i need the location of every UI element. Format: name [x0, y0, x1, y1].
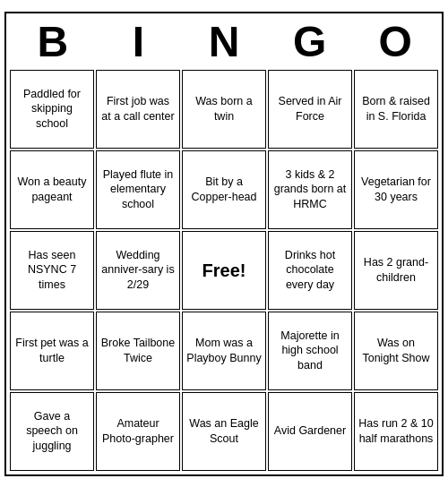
bingo-cell-23[interactable]: Avid Gardener [268, 392, 352, 471]
bingo-cell-13[interactable]: Drinks hot chocolate every day [268, 231, 352, 310]
bingo-cell-15[interactable]: First pet was a turtle [10, 312, 94, 390]
bingo-cell-18[interactable]: Majorette in high school band [268, 312, 352, 390]
bingo-card: BINGO Paddled for skipping schoolFirst j… [4, 12, 444, 476]
bingo-cell-5[interactable]: Won a beauty pageant [10, 150, 94, 229]
bingo-cell-8[interactable]: 3 kids & 2 grands born at HRMC [268, 150, 352, 229]
bingo-cell-12[interactable]: Free! [182, 231, 266, 310]
bingo-cell-14[interactable]: Has 2 grand-children [354, 231, 438, 310]
bingo-cell-0[interactable]: Paddled for skipping school [10, 70, 94, 149]
bingo-letter-i: I [98, 17, 178, 66]
bingo-letter-n: N [184, 17, 264, 66]
bingo-cell-17[interactable]: Mom was a Playboy Bunny [182, 312, 266, 390]
bingo-cell-7[interactable]: Bit by a Copper-head [182, 150, 266, 229]
bingo-letter-g: G [270, 17, 350, 66]
bingo-cell-19[interactable]: Was on Tonight Show [354, 312, 438, 390]
bingo-cell-22[interactable]: Was an Eagle Scout [182, 392, 266, 471]
bingo-cell-6[interactable]: Played flute in elementary school [96, 150, 180, 229]
bingo-cell-9[interactable]: Vegetarian for 30 years [354, 150, 438, 229]
bingo-cell-24[interactable]: Has run 2 & 10 half marathons [354, 392, 438, 471]
bingo-cell-21[interactable]: Amateur Photo-grapher [96, 392, 180, 471]
bingo-grid: Paddled for skipping schoolFirst job was… [10, 70, 438, 471]
bingo-cell-16[interactable]: Broke Tailbone Twice [96, 312, 180, 390]
bingo-cell-2[interactable]: Was born a twin [182, 70, 266, 149]
bingo-cell-20[interactable]: Gave a speech on juggling [10, 392, 94, 471]
bingo-cell-11[interactable]: Wedding anniver-sary is 2/29 [96, 231, 180, 310]
bingo-letter-o: O [355, 17, 435, 66]
bingo-cell-1[interactable]: First job was at a call center [96, 70, 180, 149]
bingo-header: BINGO [10, 17, 438, 66]
bingo-cell-3[interactable]: Served in Air Force [268, 70, 352, 149]
bingo-cell-4[interactable]: Born & raised in S. Florida [354, 70, 438, 149]
bingo-letter-b: B [13, 17, 93, 66]
bingo-cell-10[interactable]: Has seen NSYNC 7 times [10, 231, 94, 310]
